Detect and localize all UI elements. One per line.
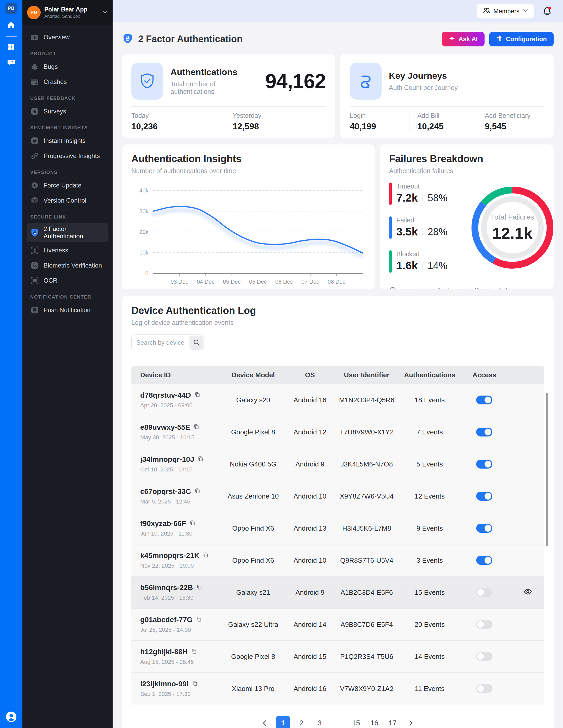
table-row[interactable]: g01abcdef-77G Jul 25, 2025 - 14:00 Galax… [131,608,544,640]
force-update-icon [30,181,39,190]
table-row[interactable]: i23ijklmno-99I Sep 1, 2025 - 17:30 Xiaom… [131,672,544,705]
column-header: Access [457,371,511,379]
access-toggle[interactable] [476,460,492,469]
device-id: i23ijklmno-99I [140,680,189,688]
members-button[interactable]: Members [477,4,534,19]
table-scrollbar[interactable] [546,393,548,546]
svg-text:20k: 20k [140,229,149,235]
authentications-card: Authentications Total number of authenti… [122,54,335,138]
card-title: Authentications [171,67,258,77]
sidebar-nav: OverviewPRODUCTBugsCrashesUSER FEEDBACKS… [22,25,113,323]
sidebar-item-version-control[interactable]: Version Control [27,193,108,208]
access-toggle[interactable] [476,492,492,501]
access-toggle[interactable] [476,524,492,533]
sidebar-item-overview[interactable]: Overview [27,30,108,44]
sidebar-item-label: Liveness [44,247,68,254]
legend-label: Failed [396,216,447,224]
access-toggle[interactable] [476,556,492,565]
access-toggle[interactable] [476,652,492,661]
legend-percent: 58% [428,192,447,204]
page-button-15[interactable]: 15 [349,716,363,728]
configuration-button[interactable]: Configuration [489,32,554,46]
sidebar-item-surveys[interactable]: Surveys [27,104,108,118]
search-input[interactable] [133,339,190,346]
apps-grid-icon[interactable] [7,43,15,52]
table-row[interactable]: f90xyzab-66F Jun 10, 2025 - 11:30 Oppo F… [131,512,544,544]
sidebar-item-crashes[interactable]: Crashes [27,75,108,89]
table-row[interactable]: c67opqrst-33C Mar 5, 2025 - 12:45 Asus Z… [131,480,544,512]
svg-text:07 Dec: 07 Dec [301,279,319,285]
sidebar-item-label: Instant Insights [44,137,86,144]
sidebar-item-2-factor-authentication[interactable]: 2 Factor Authentication [27,223,108,242]
copy-icon[interactable] [191,648,197,656]
workspace-logo[interactable]: PB [5,3,17,14]
chart-title: Failures Breakdown [389,153,544,165]
auth-insights-card: Authentication Insights Number of authen… [122,144,374,289]
table-row[interactable]: h12ghijkl-88H Aug 15, 2025 - 08:45 Googl… [131,640,544,672]
copy-icon[interactable] [196,584,202,592]
access-toggle[interactable] [476,684,492,693]
sidebar-item-ocr[interactable]: OCR [27,274,108,288]
sidebar-item-label: Push Notification [44,306,90,314]
copy-icon[interactable] [194,487,201,496]
line-chart: 010k20k30k40k03 Dec04 Dec05 Dec05 Dec06 … [131,178,365,288]
chat-icon[interactable] [7,58,15,68]
access-toggle[interactable] [476,428,492,436]
table-row[interactable]: e89uvwxy-55E May 30, 2025 - 16:15 Google… [131,416,544,448]
svg-text:30k: 30k [140,208,149,215]
prev-page-button[interactable] [258,716,272,728]
app-switcher[interactable]: PB Polar Bear App Android, SandBox [22,0,113,25]
sidebar-item-force-update[interactable]: Force Update [27,178,108,192]
auth-events: 9 Events [402,524,457,532]
sidebar-item-bugs[interactable]: Bugs [27,60,108,74]
device-id: e89uvwxy-55E [140,423,190,432]
access-toggle[interactable] [476,620,492,629]
table-row[interactable]: k45mnopqrs-21K Nov 22, 2025 - 19:00 Oppo… [131,544,544,576]
copy-icon[interactable] [192,680,198,688]
overview-icon [30,33,39,42]
page-button-3[interactable]: 3 [312,716,326,728]
sidebar-item-progressive-insights[interactable]: Progressive Insights [27,149,108,163]
legend-label: Timeout [396,183,447,190]
copy-icon[interactable] [197,455,204,464]
search-button[interactable] [190,336,204,350]
page-button-2[interactable]: 2 [294,716,308,728]
eye-icon[interactable] [524,590,532,597]
home-icon[interactable] [7,21,15,30]
authentications-total: 94,162 [265,69,326,93]
table-row[interactable]: j34lmnopqr-10J Oct 10, 2025 - 13:15 Noki… [131,448,544,480]
key-journeys-card: Key Journeys Auth Count per Journey Logi… [340,54,554,138]
device-id: d78qrstuv-44D [140,391,191,399]
svg-text:06 Dec: 06 Dec [275,279,293,285]
access-toggle[interactable] [476,396,492,404]
sidebar-item-push-notification[interactable]: Push Notification [27,303,108,317]
table-row[interactable]: b56lmnqrs-22B Feb 14, 2025 - 15:30 Galax… [131,576,544,608]
ask-ai-button[interactable]: Ask AI [442,32,484,46]
access-toggle[interactable] [476,588,492,597]
account-icon[interactable] [5,711,17,724]
sidebar-item-instant-insights[interactable]: Instant Insights [27,134,108,148]
table-row[interactable]: d78qrstuv-44D Apr 20, 2025 - 09:00 Galax… [131,384,544,416]
sidebar-item-label: Version Control [44,197,86,204]
donut-center-value: 12.1k [490,224,534,242]
notifications-bell-icon[interactable] [542,6,553,17]
sidebar-item-biometric-verification[interactable]: Biometric Verification [27,258,108,272]
copy-icon[interactable] [189,519,196,528]
copy-icon[interactable] [203,551,209,560]
device-id: b56lmnqrs-22B [140,584,193,592]
copy-icon[interactable] [194,391,201,399]
copy-icon[interactable] [193,423,200,432]
page-button-1[interactable]: 1 [276,716,290,728]
column-header: Device ID [131,371,218,379]
next-page-button[interactable] [404,716,418,728]
donut-center-label: Total Failures [490,213,534,221]
sidebar-item-liveness[interactable]: Liveness [27,243,108,257]
journey-value: 9,545 [485,122,544,131]
auth-events: 12 Events [402,492,457,500]
sidebar-item-label: Force Update [44,182,81,189]
column-header: Authentications [402,371,457,379]
copy-icon[interactable] [196,616,202,624]
page-button-17[interactable]: 17 [385,716,399,728]
page-button-16[interactable]: 16 [367,716,381,728]
device-os: Android 15 [288,653,331,661]
